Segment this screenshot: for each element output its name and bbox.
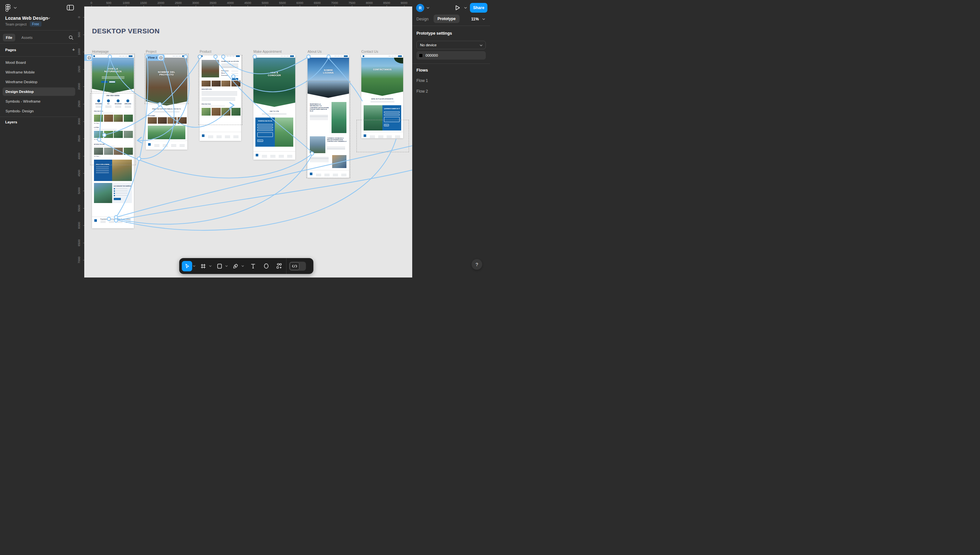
frame-footer	[146, 141, 187, 149]
footer-line	[316, 174, 321, 174]
footer-line	[262, 156, 267, 156]
chevron-down-icon[interactable]	[464, 7, 467, 9]
color-hex-value[interactable]: 000000	[425, 53, 438, 57]
footer-line	[370, 136, 375, 137]
text-line	[105, 107, 111, 107]
flow-start-badge-flow1[interactable]	[84, 55, 93, 61]
feature-icon	[107, 99, 110, 102]
tab-design[interactable]: Design	[417, 17, 428, 21]
flow-connection-handle[interactable]	[137, 157, 141, 160]
footer-line	[324, 174, 330, 174]
flow-play-icon[interactable]	[87, 55, 92, 60]
form-panel: RESERVA UNA FECHAReservar	[255, 117, 275, 147]
flow-play-icon[interactable]	[158, 55, 163, 60]
frame-label[interactable]: Project	[146, 50, 156, 53]
design-frame-contact[interactable]: Contact UsCONTÁCTANOSSERÁ UN PLACER ATEN…	[361, 55, 403, 138]
flow-start-badge-flow2[interactable]: Flow 2	[147, 55, 164, 61]
text-line	[310, 119, 328, 120]
pen-tool-chevron[interactable]	[241, 261, 245, 271]
rectangle-tool-chevron[interactable]	[225, 261, 229, 271]
chevron-down-icon[interactable]	[482, 18, 485, 20]
tab-assets[interactable]: Assets	[19, 34, 35, 42]
share-button[interactable]: Share	[470, 3, 488, 13]
search-icon[interactable]	[68, 35, 74, 40]
frame-tool-chevron[interactable]	[208, 261, 212, 271]
chevron-down-icon[interactable]	[426, 7, 430, 9]
frame-footer: PropiedadesSobre LozanaRedes SocialesCon…	[92, 217, 134, 228]
comment-tool[interactable]	[261, 261, 271, 271]
ruler-tick	[83, 35, 84, 35]
footer-line	[287, 156, 292, 156]
tab-prototype[interactable]: Prototype	[434, 14, 460, 23]
footer-line	[225, 138, 230, 138]
ruler-tick	[404, 5, 404, 6]
design-frame-appointment[interactable]: Make AppointmentVEN A CONOCERHAZ TU CITA…	[253, 55, 295, 160]
canvas-section-title[interactable]: DESKTOP VERSION	[92, 27, 160, 35]
figma-logo-icon[interactable]	[5, 4, 11, 12]
present-play-icon[interactable]	[454, 5, 461, 11]
section-title: DESCRIPCIÓN	[201, 88, 212, 90]
help-button[interactable]: ?	[471, 259, 482, 270]
move-tool[interactable]	[182, 261, 192, 271]
tab-file[interactable]: File	[3, 34, 15, 42]
footer-line	[233, 138, 238, 138]
frame-label[interactable]: Make Appointment	[253, 50, 282, 53]
zoom-level[interactable]: 11%	[471, 17, 479, 21]
footer-line	[100, 220, 106, 221]
sidebar-page-item[interactable]: Design Desktop	[3, 87, 75, 96]
flow-list-item[interactable]: Flow 2	[417, 89, 428, 93]
toggle-sidebar-icon[interactable]	[67, 5, 74, 10]
sidebar-page-item[interactable]: Wireframe Desktop	[3, 78, 75, 86]
add-page-button[interactable]: +	[71, 47, 76, 53]
sidebar-page-item[interactable]: Symbols- Design	[3, 107, 75, 115]
ruler-number: 9000	[401, 1, 407, 5]
pen-tool[interactable]	[230, 261, 241, 271]
frame-tool[interactable]	[198, 261, 208, 271]
design-frame-homepage[interactable]: HomepageVIVE LA NATURALEZAUNA VIDA VERDE…	[92, 55, 134, 228]
nav-link-dash	[125, 56, 127, 57]
rectangle-tool[interactable]	[214, 261, 225, 271]
sidebar-page-item[interactable]: Symbols - WIreframe	[3, 97, 75, 106]
chevron-down-icon[interactable]	[14, 7, 17, 9]
footer-line	[270, 157, 275, 157]
frame-label[interactable]: Product	[200, 50, 211, 53]
footer-line	[316, 176, 321, 176]
avatar[interactable]: R	[416, 4, 424, 12]
flow-list-item[interactable]: Flow 1	[417, 79, 428, 83]
color-swatch[interactable]	[419, 53, 423, 58]
frame-label[interactable]: Homepage	[92, 50, 109, 53]
device-selector[interactable]: No device	[417, 41, 486, 49]
ruler-tick	[248, 5, 248, 6]
ruler-tick	[213, 5, 213, 6]
chevron-down-icon[interactable]	[47, 17, 50, 19]
design-frame-project[interactable]: ProjectNOMBRE DEL PROYECTOFRASE DE SOPOR…	[146, 55, 187, 149]
thumbnail-image	[104, 131, 113, 138]
move-tool-chevron[interactable]	[192, 261, 196, 271]
frame-label[interactable]: About Us	[307, 50, 322, 53]
sidebar-page-item[interactable]: Wireframe Mobile	[3, 68, 75, 76]
background-color-field[interactable]: 000000	[417, 51, 486, 59]
text-line	[232, 75, 238, 76]
design-frame-about[interactable]: About UsSOBRE LOZANARESPETAMOS LA NATURA…	[307, 55, 349, 178]
file-name[interactable]: Lozana Web Design	[5, 16, 48, 21]
frame-label[interactable]: Contact Us	[361, 50, 378, 53]
ruler-tick	[143, 5, 144, 6]
thumbnail-image	[158, 117, 167, 124]
nav-cta-button	[182, 55, 186, 57]
text-line	[96, 107, 102, 107]
design-frame-product[interactable]: ProductNOMBRE DE LA OPCIÓNDimensiones:Me…	[200, 55, 241, 141]
footer-line	[270, 156, 275, 156]
dev-mode-toggle[interactable]	[289, 261, 306, 271]
actions-tool[interactable]	[274, 261, 284, 271]
text-line	[94, 113, 113, 113]
text-tool[interactable]	[248, 261, 258, 271]
left-sidebar: Lozana Web Design Team project Free File…	[0, 0, 78, 278]
hero-title: VIVE LA NATURALEZA	[92, 68, 134, 73]
sidebar-page-item[interactable]: Mood Board	[3, 58, 75, 67]
ruler-tick	[83, 208, 84, 209]
text-line	[370, 101, 394, 101]
hero-image: CONTÁCTANOS	[361, 58, 403, 96]
ruler-tick	[109, 5, 109, 6]
nav-link-dash	[175, 56, 178, 57]
text-line	[154, 112, 180, 112]
